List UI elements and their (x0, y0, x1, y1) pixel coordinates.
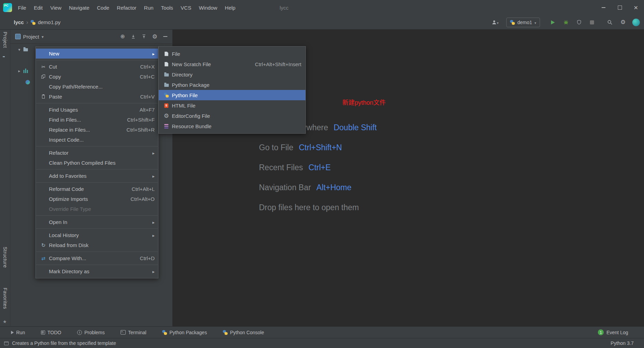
menu-item-find-in-files[interactable]: Find in Files...Ctrl+Shift+F (36, 115, 158, 125)
menu-item-open-in[interactable]: Open In (36, 217, 158, 227)
tool-button-python-packages[interactable]: Python Packages (162, 330, 207, 335)
menu-item-compare-with[interactable]: Compare With...Ctrl+D (36, 253, 158, 263)
collapse-all-button[interactable] (142, 34, 146, 39)
menu-item-inspect-code[interactable]: Inspect Code... (36, 135, 158, 145)
menu-item-clean-python-compiled-files[interactable]: Clean Python Compiled Files (36, 158, 158, 168)
tree-row-external-libraries[interactable] (10, 66, 28, 75)
menu-item-copy-path[interactable]: Copy Path/Reference... (36, 82, 158, 92)
tool-tab-favorites[interactable]: Favorites (2, 288, 8, 309)
terminal-icon (121, 330, 126, 335)
submenu-arrow-icon (152, 219, 155, 225)
user-avatar-icon[interactable] (632, 19, 640, 26)
libraries-icon (23, 69, 28, 73)
hide-panel-button[interactable] (163, 36, 167, 37)
menu-code[interactable]: Code (93, 0, 113, 15)
run-config-select[interactable]: demo1 (506, 18, 540, 27)
menu-refactor[interactable]: Refactor (113, 0, 140, 15)
menu-item-reformat-code[interactable]: Reformat CodeCtrl+Alt+L (36, 184, 158, 194)
locate-file-button[interactable] (120, 34, 125, 39)
expand-all-button[interactable] (131, 34, 136, 39)
reload-icon (40, 243, 47, 248)
breadcrumb-project[interactable]: lycc (14, 19, 24, 25)
project-panel-title[interactable]: Project (23, 34, 39, 40)
menu-item-paste[interactable]: PasteCtrl+V (36, 92, 158, 102)
copy-icon (41, 74, 45, 79)
panel-settings-button[interactable] (152, 34, 157, 40)
submenu-item-file[interactable]: File (159, 49, 305, 59)
breadcrumb-file[interactable]: demo1.py (38, 19, 61, 25)
menu-item-replace-in-files[interactable]: Replace in Files...Ctrl+Shift+R (36, 125, 158, 135)
tool-button-problems[interactable]: Problems (77, 330, 105, 335)
chevron-down-icon (42, 33, 44, 40)
maximize-button[interactable] (612, 0, 628, 15)
menu-item-copy[interactable]: CopyCtrl+C (36, 72, 158, 82)
menu-separator (36, 182, 158, 183)
chevron-down-icon (497, 19, 499, 25)
run-button[interactable] (549, 19, 557, 26)
package-icon (164, 84, 169, 87)
chevron-down-icon[interactable] (17, 46, 21, 52)
submenu-item-python-file[interactable]: Python File (159, 90, 305, 100)
tool-button-todo[interactable]: TODO (41, 330, 61, 335)
submenu-item-new-scratch-file[interactable]: New Scratch FileCtrl+Alt+Shift+Insert (159, 59, 305, 69)
tree-row-scratches[interactable] (10, 78, 30, 86)
play-icon (551, 20, 555, 24)
menu-item-new[interactable]: New (36, 49, 158, 59)
chevron-down-icon (534, 20, 536, 25)
menu-item-find-usages[interactable]: Find UsagesAlt+F7 (36, 105, 158, 115)
submenu-item-directory[interactable]: Directory (159, 69, 305, 80)
menu-item-mark-directory-as[interactable]: Mark Directory as (36, 266, 158, 276)
menu-view[interactable]: View (46, 0, 65, 15)
debug-button[interactable] (562, 19, 570, 26)
menu-edit[interactable]: Edit (30, 0, 46, 15)
menu-file[interactable]: File (14, 0, 30, 15)
stop-icon (590, 20, 594, 24)
status-bar: Creates a Python file from the specified… (0, 338, 644, 348)
user-button[interactable] (489, 19, 501, 26)
submenu-item-html-file[interactable]: HTML File (159, 100, 305, 111)
submenu-item-python-package[interactable]: Python Package (159, 80, 305, 90)
menu-item-refactor[interactable]: Refactor (36, 148, 158, 158)
tool-button-run[interactable]: Run (11, 330, 25, 335)
event-count-badge: 1 (598, 329, 604, 335)
minimize-button[interactable] (595, 0, 612, 15)
window-icon (4, 341, 9, 345)
navigation-bar: lycc demo1.py demo1 (0, 15, 644, 30)
tool-button-python-console[interactable]: Python Console (223, 330, 264, 335)
resource-bundle-icon (164, 124, 168, 125)
arrow-up-to-line-icon (142, 34, 146, 39)
submenu-item-editorconfig-file[interactable]: EditorConfig File (159, 111, 305, 121)
menu-item-cut[interactable]: CutCtrl+X (36, 62, 158, 72)
menu-run[interactable]: Run (140, 0, 157, 15)
tool-button-terminal[interactable]: Terminal (121, 330, 146, 335)
menu-separator (36, 60, 158, 60)
search-everywhere-button[interactable] (606, 19, 614, 26)
settings-button[interactable] (619, 19, 627, 26)
submenu-item-resource-bundle[interactable]: Resource Bundle (159, 121, 305, 131)
interpreter-selector[interactable]: Python 3.7 (611, 340, 634, 346)
context-menu: New CutCtrl+X CopyCtrl+C Copy Path/Refer… (35, 47, 158, 278)
chevron-right-icon[interactable] (17, 68, 21, 74)
event-log-button[interactable]: 1 Event Log (598, 329, 628, 335)
pycharm-logo-text: PC (4, 4, 9, 7)
tool-tab-project[interactable]: Project (2, 32, 8, 48)
play-icon (11, 331, 14, 334)
event-log-label: Event Log (606, 330, 628, 335)
menu-vcs[interactable]: VCS (177, 0, 195, 15)
stop-button[interactable] (588, 19, 596, 26)
project-tool-icon (15, 34, 21, 39)
tool-buttons-bar: Run TODO Problems Terminal Python Packag… (0, 326, 644, 338)
menu-navigate[interactable]: Navigate (65, 0, 93, 15)
close-button[interactable] (628, 0, 644, 15)
menu-item-local-history[interactable]: Local History (36, 230, 158, 240)
coverage-button[interactable] (575, 19, 583, 26)
menu-item-optimize-imports[interactable]: Optimize ImportsCtrl+Alt+O (36, 194, 158, 204)
menu-tools[interactable]: Tools (157, 0, 177, 15)
breadcrumb: lycc demo1.py (0, 19, 61, 25)
menu-window[interactable]: Window (195, 0, 221, 15)
menu-item-add-to-favorites[interactable]: Add to Favorites (36, 171, 158, 181)
tool-tab-structure[interactable]: Structure (2, 247, 8, 268)
menu-help[interactable]: Help (221, 0, 239, 15)
menu-item-reload-from-disk[interactable]: Reload from Disk (36, 240, 158, 250)
tree-row-project-root[interactable] (10, 45, 28, 53)
